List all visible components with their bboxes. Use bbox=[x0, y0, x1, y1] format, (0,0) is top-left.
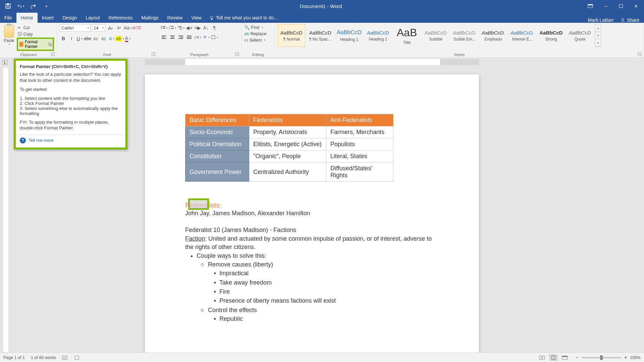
font-launcher-icon[interactable]: ↘ bbox=[152, 52, 155, 56]
increase-indent-icon[interactable]: ≡▶ bbox=[194, 24, 201, 32]
justify-icon[interactable] bbox=[185, 34, 193, 41]
user-name[interactable]: Mark LaBarr bbox=[588, 17, 614, 23]
underline-button[interactable]: U▾ bbox=[76, 35, 83, 42]
search-icon: 🔍 bbox=[244, 25, 250, 30]
format-painter-tooltip: Format Painter (Ctrl+Shift+C, Ctrl+Shift… bbox=[14, 59, 127, 149]
spellcheck-icon[interactable] bbox=[62, 355, 68, 360]
svg-rect-29 bbox=[180, 37, 183, 38]
tell-me-more-link[interactable]: ?Tell me more bbox=[20, 137, 121, 143]
redo-icon[interactable] bbox=[30, 3, 37, 9]
align-center-icon[interactable] bbox=[169, 34, 176, 41]
bold-button[interactable]: B bbox=[60, 35, 67, 42]
paste-button[interactable]: Paste ▾ bbox=[3, 24, 15, 46]
multilevel-icon[interactable]: ▾ bbox=[177, 24, 184, 32]
styles-scroll[interactable]: ▴▾▾ bbox=[595, 24, 601, 47]
web-layout-icon[interactable] bbox=[560, 354, 569, 361]
page-indicator[interactable]: Page 1 of 1 bbox=[3, 355, 25, 360]
style-subtle-em-[interactable]: AaBbCcD.Subtle Em... bbox=[451, 24, 478, 47]
align-right-icon[interactable] bbox=[177, 34, 184, 41]
text-effects-icon[interactable]: A▾ bbox=[108, 35, 115, 42]
clear-format-icon[interactable]: A⌫ bbox=[133, 24, 140, 32]
style-heading-1[interactable]: AaBbCcDHeading 1 bbox=[335, 24, 363, 47]
undo-icon[interactable]: ▾ bbox=[17, 3, 24, 9]
svg-rect-32 bbox=[187, 37, 192, 38]
share-button[interactable]: Share bbox=[621, 17, 639, 23]
macro-icon[interactable] bbox=[74, 355, 79, 360]
style-heading-2[interactable]: AaBbCcDHeading 2 bbox=[364, 24, 392, 47]
tab-layout[interactable]: Layout bbox=[82, 13, 104, 23]
svg-rect-33 bbox=[187, 38, 192, 39]
italic-button[interactable]: I bbox=[68, 35, 75, 42]
sort-icon[interactable]: A↓ bbox=[202, 24, 210, 32]
svg-rect-12 bbox=[163, 26, 165, 27]
styles-launcher-icon[interactable]: ↘ bbox=[638, 52, 642, 56]
tab-selector-icon[interactable]: L bbox=[3, 60, 7, 65]
align-left-icon[interactable] bbox=[160, 34, 168, 41]
bullets-icon[interactable]: ▾ bbox=[160, 24, 168, 32]
style-intense-e-[interactable]: AaBbCcD.Intense E... bbox=[508, 24, 536, 47]
clipboard-launcher-icon[interactable]: ↘ bbox=[51, 52, 55, 56]
shading-icon[interactable]: ▾ bbox=[202, 34, 210, 41]
style--normal[interactable]: AaBbCcD¶ Normal bbox=[278, 24, 305, 47]
svg-rect-31 bbox=[187, 36, 192, 36]
style-quote[interactable]: AaBbCcDQuote bbox=[566, 24, 594, 47]
replace-button[interactable]: abReplace bbox=[244, 31, 266, 37]
tab-review[interactable]: Review bbox=[163, 13, 187, 23]
decrease-indent-icon[interactable]: ◀≡ bbox=[185, 24, 193, 32]
zoom-out-button[interactable]: − bbox=[575, 355, 578, 361]
tell-me-search[interactable]: Tell me what you want to do... bbox=[206, 13, 281, 23]
line-spacing-icon[interactable]: ↕≡▾ bbox=[194, 34, 201, 41]
style-title[interactable]: AaBTitle bbox=[393, 24, 421, 47]
font-name-combo[interactable]: Calibri▾ bbox=[60, 24, 91, 32]
faction-def: Faction: United and actuated by some com… bbox=[185, 235, 439, 251]
svg-point-6 bbox=[210, 16, 213, 19]
svg-point-13 bbox=[161, 28, 162, 29]
horizontal-ruler[interactable] bbox=[145, 58, 644, 67]
tab-file[interactable]: File bbox=[0, 13, 16, 23]
zoom-in-button[interactable]: + bbox=[624, 355, 627, 361]
document-page[interactable]: Basic Differences Federalists Anti-Feder… bbox=[145, 74, 479, 353]
select-button[interactable]: ▭Select▾ bbox=[244, 37, 265, 43]
style-emphasis[interactable]: AaBbCcD.Emphasis bbox=[480, 24, 507, 47]
font-color-icon[interactable]: A▾ bbox=[124, 35, 131, 42]
borders-icon[interactable]: ▾ bbox=[211, 34, 218, 41]
ribbon-display-icon[interactable] bbox=[588, 4, 593, 8]
strike-button[interactable]: abc bbox=[84, 35, 91, 42]
svg-rect-19 bbox=[178, 26, 182, 27]
close-icon[interactable]: ✕ bbox=[634, 4, 638, 9]
tab-insert[interactable]: Insert bbox=[38, 13, 58, 23]
font-size-combo[interactable]: 14▾ bbox=[92, 24, 105, 32]
zoom-slider[interactable] bbox=[581, 357, 622, 358]
highlight-icon[interactable]: ab▾ bbox=[116, 35, 123, 42]
show-marks-icon[interactable]: ¶ bbox=[211, 24, 218, 32]
tab-design[interactable]: Design bbox=[58, 13, 82, 23]
copy-button[interactable]: Copy bbox=[17, 31, 54, 37]
style-strong[interactable]: AaBbCcDStrong bbox=[537, 24, 565, 47]
paragraph-launcher-icon[interactable]: ↘ bbox=[235, 52, 239, 56]
style-subtitle[interactable]: AaBbCcDSubtitle bbox=[422, 24, 449, 47]
word-count[interactable]: 1 of 85 words bbox=[31, 355, 56, 360]
superscript-button[interactable]: x2 bbox=[100, 35, 107, 42]
tab-home[interactable]: Home bbox=[16, 13, 38, 23]
qat-customize-icon[interactable]: ▾ bbox=[43, 3, 50, 9]
tab-mailings[interactable]: Mailings bbox=[137, 13, 163, 23]
print-layout-icon[interactable] bbox=[549, 354, 558, 361]
find-button[interactable]: 🔍Find▾ bbox=[244, 24, 263, 31]
format-painter-button[interactable]: Format Painter bbox=[17, 38, 54, 51]
cut-button[interactable]: ✂Cut bbox=[17, 25, 54, 31]
tab-view[interactable]: View bbox=[187, 13, 206, 23]
read-mode-icon[interactable] bbox=[538, 354, 546, 361]
svg-rect-4 bbox=[588, 4, 593, 5]
tab-references[interactable]: References bbox=[104, 13, 137, 23]
numbering-icon[interactable]: 12▾ bbox=[169, 24, 176, 32]
grow-font-icon[interactable]: A▴ bbox=[107, 24, 114, 32]
style--no-spac-[interactable]: AaBbCcD¶ No Spac... bbox=[307, 24, 334, 47]
zoom-level[interactable]: 100% bbox=[630, 355, 641, 360]
shrink-font-icon[interactable]: A▾ bbox=[115, 24, 123, 32]
minimize-icon[interactable]: ─ bbox=[604, 4, 607, 9]
subscript-button[interactable]: x2 bbox=[92, 35, 99, 42]
vertical-ruler[interactable] bbox=[3, 67, 9, 353]
change-case-icon[interactable]: Aa▾ bbox=[124, 24, 131, 32]
maximize-icon[interactable] bbox=[619, 4, 623, 8]
save-icon[interactable] bbox=[5, 3, 11, 9]
